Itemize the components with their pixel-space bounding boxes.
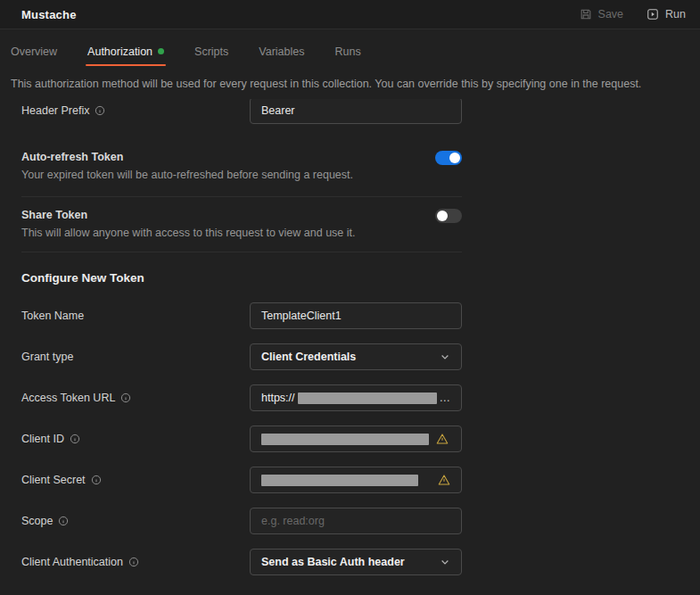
- save-icon: [580, 8, 592, 21]
- unsaved-changes-dot: [158, 48, 164, 54]
- redacted-value: [298, 393, 437, 404]
- info-icon[interactable]: [58, 516, 69, 526]
- collection-tabs: Overview Authorization Scripts Variables…: [0, 29, 700, 66]
- share-token-toggle[interactable]: [435, 209, 462, 223]
- tab-authorization[interactable]: Authorization: [86, 37, 166, 66]
- divider: [21, 252, 462, 252]
- scope-label: Scope: [21, 515, 250, 527]
- client-id-row: Client ID: [21, 426, 462, 452]
- client-secret-input[interactable]: [250, 467, 462, 493]
- access-token-url-row: Access Token URL https:// …: [21, 384, 462, 411]
- token-name-input[interactable]: TemplateClient1: [250, 302, 462, 329]
- scope-row: Scope e.g. read:org: [21, 508, 462, 534]
- client-secret-label: Client Secret: [21, 474, 250, 486]
- save-button-label: Save: [598, 8, 624, 21]
- chevron-down-icon: [440, 351, 450, 362]
- share-token-description: This will allow anyone with access to th…: [21, 226, 462, 240]
- warning-icon: [436, 433, 449, 445]
- toggle-knob: [449, 153, 460, 163]
- client-id-input[interactable]: [250, 426, 462, 452]
- collection-title: Mustache: [21, 8, 77, 21]
- save-button[interactable]: Save: [580, 8, 624, 21]
- warning-icon: [438, 474, 450, 486]
- token-name-row: Token Name TemplateClient1: [21, 302, 462, 329]
- share-token-row: Share Token This will allow anyone with …: [21, 208, 462, 240]
- titlebar: Mustache Save: [0, 0, 700, 29]
- client-id-label: Client ID: [21, 433, 250, 445]
- redacted-value: [261, 434, 429, 445]
- tab-runs[interactable]: Runs: [333, 37, 362, 66]
- tab-variables[interactable]: Variables: [257, 37, 306, 66]
- token-name-label: Token Name: [21, 310, 250, 322]
- configure-new-token-heading: Configure New Token: [21, 271, 462, 285]
- auto-refresh-token-toggle[interactable]: [435, 151, 462, 165]
- header-prefix-label: Header Prefix: [21, 104, 250, 117]
- client-authentication-row: Client Authentication Send as Basic Auth…: [21, 549, 462, 575]
- info-icon[interactable]: [128, 557, 139, 567]
- scope-input[interactable]: e.g. read:org: [250, 508, 462, 534]
- info-icon[interactable]: [120, 393, 131, 403]
- access-token-url-label: Access Token URL: [21, 392, 250, 404]
- url-visible-prefix: https://: [261, 392, 295, 404]
- divider: [21, 196, 462, 197]
- auth-info-banner: This authorization method will be used f…: [0, 66, 700, 99]
- titlebar-actions: Save Run: [580, 8, 686, 21]
- authorization-form: Header Prefix Bearer Auto-refresh Token …: [0, 99, 462, 575]
- grant-type-select[interactable]: Client Credentials: [250, 343, 462, 370]
- client-secret-row: Client Secret: [21, 467, 462, 493]
- chevron-down-icon: [440, 557, 450, 567]
- info-icon[interactable]: [95, 105, 105, 116]
- scope-placeholder: e.g. read:org: [261, 515, 325, 527]
- tab-overview[interactable]: Overview: [9, 37, 59, 66]
- tab-scripts[interactable]: Scripts: [193, 37, 230, 66]
- client-authentication-label: Client Authentication: [21, 556, 250, 568]
- app-window: Mustache Save: [0, 0, 700, 595]
- auto-refresh-token-description: Your expired token will be auto-refreshe…: [21, 168, 462, 182]
- run-button[interactable]: Run: [646, 8, 686, 21]
- header-prefix-input[interactable]: Bearer: [250, 99, 462, 124]
- client-authentication-select[interactable]: Send as Basic Auth header: [250, 549, 462, 575]
- access-token-url-input[interactable]: https:// …: [250, 384, 462, 411]
- header-prefix-row: Header Prefix Bearer: [21, 99, 462, 124]
- auto-refresh-token-row: Auto-refresh Token Your expired token wi…: [21, 150, 462, 182]
- grant-type-row: Grant type Client Credentials: [21, 343, 462, 370]
- share-token-label: Share Token: [21, 208, 462, 222]
- run-icon: [646, 8, 659, 21]
- toggle-knob: [437, 211, 448, 221]
- info-icon[interactable]: [70, 434, 80, 444]
- info-icon[interactable]: [91, 475, 102, 485]
- run-button-label: Run: [665, 8, 686, 21]
- redacted-value: [261, 475, 418, 486]
- overflow-ellipsis: …: [440, 392, 451, 404]
- grant-type-label: Grant type: [21, 351, 250, 363]
- auto-refresh-token-label: Auto-refresh Token: [21, 150, 462, 164]
